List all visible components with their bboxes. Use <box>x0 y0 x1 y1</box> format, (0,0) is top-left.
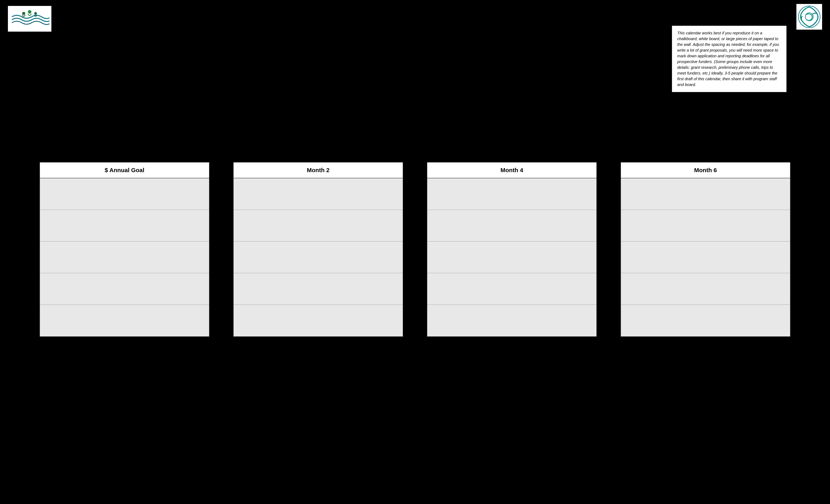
column-month2-row-1 <box>233 178 403 210</box>
svg-point-2 <box>28 10 31 13</box>
column-month6-row-2 <box>621 210 790 242</box>
column-month4-row-3 <box>427 242 597 273</box>
column-annual-goal-row-2 <box>40 210 209 242</box>
column-annual-goal-row-3 <box>40 242 209 273</box>
column-month4-row-1 <box>427 178 597 210</box>
column-month2: Month 2 <box>233 162 403 337</box>
column-month2-header: Month 2 <box>233 162 403 178</box>
column-month6-row-4 <box>621 273 790 305</box>
column-month6: Month 6 <box>620 162 791 337</box>
info-box: This calendar works best if you reproduc… <box>672 26 787 92</box>
column-month2-row-3 <box>233 242 403 273</box>
svg-point-3 <box>34 12 37 15</box>
column-annual-goal-row-5 <box>40 305 209 337</box>
logo-right <box>796 4 822 30</box>
column-annual-goal: $ Annual Goal <box>39 162 210 337</box>
column-annual-goal-row-4 <box>40 273 209 305</box>
column-month6-header: Month 6 <box>621 162 790 178</box>
column-month4-row-4 <box>427 273 597 305</box>
info-box-text: This calendar works best if you reproduc… <box>677 30 781 88</box>
column-month4-header: Month 4 <box>427 162 597 178</box>
column-month4-row-2 <box>427 210 597 242</box>
column-month4-row-5 <box>427 305 597 337</box>
column-month6-row-3 <box>621 242 790 273</box>
grid-area: $ Annual Goal Month 2 Month 4 Month 6 <box>39 162 791 337</box>
column-month6-row-5 <box>621 305 790 337</box>
column-month2-row-2 <box>233 210 403 242</box>
column-month6-row-1 <box>621 178 790 210</box>
svg-point-1 <box>22 12 25 15</box>
column-month2-row-5 <box>233 305 403 337</box>
column-annual-goal-row-1 <box>40 178 209 210</box>
column-annual-goal-header: $ Annual Goal <box>40 162 209 178</box>
column-month4: Month 4 <box>427 162 597 337</box>
logo-left <box>8 6 52 32</box>
column-month2-row-4 <box>233 273 403 305</box>
